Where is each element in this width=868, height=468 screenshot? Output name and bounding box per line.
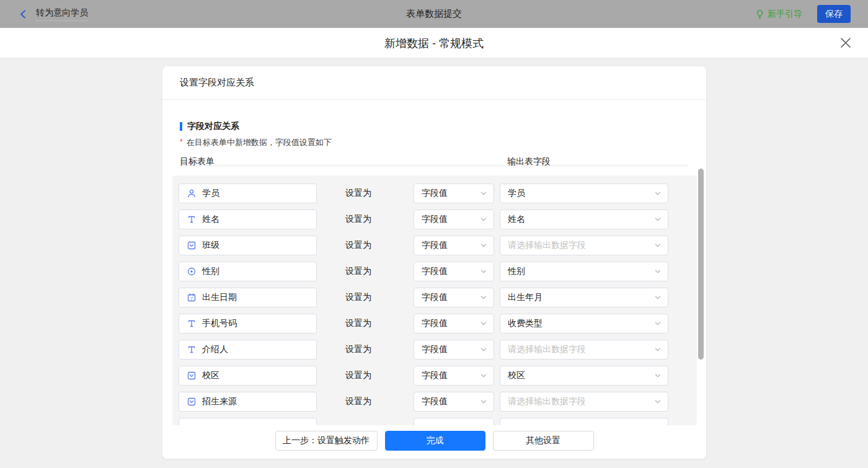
output-field-select[interactable]: 请选择输出数据字段: [500, 236, 668, 255]
field-label: 学员: [202, 188, 219, 199]
chevron-down-icon: [654, 320, 662, 327]
target-field-box[interactable]: 手机号码: [179, 314, 317, 333]
mapping-row: 7 出生日期 设置为 字段值 出生年月: [179, 288, 697, 307]
field-value-select[interactable]: 字段值: [414, 262, 494, 281]
target-field-box[interactable]: 性别: [179, 262, 317, 281]
chevron-down-icon: [654, 268, 662, 275]
field-label: 手机号码: [202, 318, 237, 329]
target-field-box[interactable]: [179, 418, 317, 425]
field-value-select[interactable]: 字段值: [414, 210, 494, 229]
field-label: 出生日期: [202, 292, 237, 303]
chevron-down-icon: [480, 268, 487, 275]
field-label: 介绍人: [202, 344, 228, 355]
set-as-label: 设置为: [345, 266, 414, 277]
field-label: 姓名: [202, 214, 219, 225]
target-field-box[interactable]: 学员: [179, 183, 317, 203]
output-field-select[interactable]: [500, 418, 668, 425]
set-as-label: 设置为: [345, 240, 414, 251]
chevron-down-icon: [480, 294, 487, 301]
output-field-select[interactable]: 学员: [500, 183, 668, 203]
scrollbar-track[interactable]: [697, 167, 706, 425]
target-field-box[interactable]: 校区: [179, 366, 317, 386]
mapping-note: * 在目标表单中新增数据，字段值设置如下: [180, 137, 332, 148]
mapping-row: 介绍人 设置为 字段值 请选择输出数据字段: [179, 340, 697, 360]
chevron-down-icon: [654, 242, 662, 249]
select-icon: [187, 397, 197, 407]
field-label: 校区: [202, 370, 219, 381]
field-value-select[interactable]: 字段值: [414, 183, 494, 203]
output-field-select[interactable]: 请选择输出数据字段: [500, 392, 668, 412]
save-button[interactable]: 保存: [817, 5, 851, 23]
field-value-select[interactable]: 字段值: [414, 314, 494, 333]
back-chevron-icon: [19, 9, 27, 19]
previous-step-button[interactable]: 上一步：设置触发动作: [275, 431, 378, 451]
field-value-select[interactable]: 字段值: [414, 366, 494, 386]
text-icon: [187, 345, 197, 355]
mapping-row: 招生来源 设置为 字段值 请选择输出数据字段: [179, 392, 697, 412]
chevron-down-icon: [480, 320, 487, 327]
calendar-icon: 7: [187, 293, 197, 302]
chevron-down-icon: [480, 398, 487, 405]
set-as-label: 设置为: [345, 396, 414, 407]
chevron-down-icon: [654, 398, 662, 405]
chevron-down-icon: [480, 190, 487, 197]
chevron-down-icon: [480, 216, 487, 223]
footer-actions: 上一步：设置触发动作 完成 其他设置: [162, 431, 706, 459]
modal-title: 新增数据 - 常规模式: [0, 28, 868, 58]
lightbulb-icon: [755, 9, 764, 19]
back-button[interactable]: 转为意向学员: [19, 7, 88, 21]
mapping-row: 姓名 设置为 字段值 姓名: [179, 210, 697, 229]
field-value-select[interactable]: 字段值: [414, 236, 494, 255]
rows-container: 学员 设置为 字段值 学员 姓名 设置为 字段值 姓名: [172, 175, 697, 425]
output-field-select[interactable]: 请选择输出数据字段: [500, 340, 668, 360]
target-field-box[interactable]: 招生来源: [179, 392, 317, 412]
chevron-down-icon: [654, 294, 662, 301]
text-icon: [187, 319, 197, 329]
target-field-box[interactable]: 班级: [179, 236, 317, 255]
set-as-label: 设置为: [345, 318, 414, 329]
mapping-row: 手机号码 设置为 字段值 收费类型: [179, 314, 697, 333]
required-asterisk: *: [180, 137, 183, 147]
chevron-down-icon: [654, 372, 662, 379]
field-value-select[interactable]: 字段值: [414, 340, 494, 360]
modal-header: 新增数据 - 常规模式: [0, 28, 868, 58]
chevron-down-icon: [654, 216, 662, 223]
field-mapping-card: 设置字段对应关系 字段对应关系 * 在目标表单中新增数据，字段值设置如下 目标表…: [162, 66, 706, 459]
note-text: 在目标表单中新增数据，字段值设置如下: [187, 137, 332, 148]
section-title: 字段对应关系: [180, 121, 239, 132]
output-field-select[interactable]: 性别: [500, 262, 668, 281]
user-icon: [187, 188, 197, 198]
chevron-down-icon: [654, 424, 662, 425]
guide-label: 新手引导: [768, 9, 802, 20]
target-field-box[interactable]: 姓名: [179, 210, 317, 229]
chevron-down-icon: [654, 346, 662, 353]
chevron-down-icon: [480, 372, 487, 379]
mapping-row: 性别 设置为 字段值 性别: [179, 262, 697, 281]
mapping-row: 班级 设置为 字段值 请选择输出数据字段: [179, 236, 697, 255]
done-button[interactable]: 完成: [385, 431, 485, 451]
output-field-select[interactable]: 收费类型: [500, 314, 668, 333]
field-label: 性别: [202, 266, 219, 277]
field-value-select[interactable]: 字段值: [414, 288, 494, 307]
text-icon: [187, 214, 197, 224]
output-field-select[interactable]: 校区: [500, 366, 668, 386]
set-as-label: 设置为: [345, 370, 414, 381]
back-label: 转为意向学员: [36, 7, 88, 21]
section-title-text: 字段对应关系: [187, 121, 239, 132]
scrollbar-thumb[interactable]: [698, 169, 704, 360]
set-as-label: 设置为: [345, 292, 414, 303]
target-field-box[interactable]: 介绍人: [179, 340, 317, 360]
field-value-select[interactable]: [414, 418, 494, 425]
set-as-label: 设置为: [345, 344, 414, 355]
output-field-select[interactable]: 姓名: [500, 210, 668, 229]
close-icon[interactable]: [838, 35, 853, 50]
chevron-down-icon: [480, 242, 487, 249]
output-field-select[interactable]: 出生年月: [500, 288, 668, 307]
beginner-guide-button[interactable]: 新手引导: [755, 9, 802, 20]
other-settings-button[interactable]: 其他设置: [493, 431, 594, 451]
set-as-label: 设置为: [345, 214, 414, 225]
field-value-select[interactable]: 字段值: [414, 392, 494, 412]
target-field-box[interactable]: 7 出生日期: [179, 288, 317, 307]
section-accent-bar: [180, 122, 182, 131]
topbar: 转为意向学员 表单数据提交 新手引导 保存: [0, 0, 868, 28]
